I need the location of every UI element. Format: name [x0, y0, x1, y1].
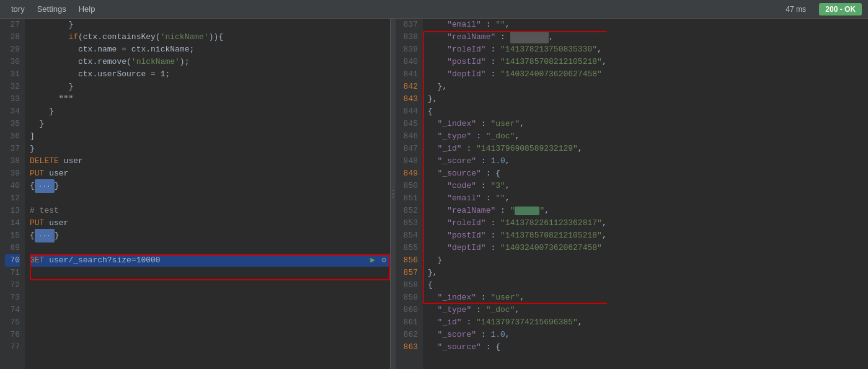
json-line-850: "code" : "3",	[428, 180, 607, 192]
line-num-27: 27	[5, 19, 20, 31]
line-num-39: 39	[5, 167, 20, 180]
line-num-29: 29	[5, 43, 20, 56]
code-line-29: ctx.name = ctx.nickName;	[30, 43, 390, 56]
line-num-40: 40	[5, 180, 20, 192]
line-num-76: 76	[5, 329, 20, 341]
json-line-860: "_type" : "_doc",	[428, 304, 607, 316]
line-num-15: 15	[5, 229, 20, 242]
json-line-838: "realName" : ,	[428, 31, 607, 43]
line-num-73: 73	[5, 291, 20, 304]
json-line-859: "_index" : "user",	[428, 291, 607, 304]
line-num-69: 69	[5, 242, 20, 254]
code-line-76	[30, 329, 390, 341]
rln-850: 850	[401, 180, 418, 192]
json-line-842: },	[428, 81, 607, 93]
line-num-77: 77	[5, 341, 20, 353]
line-num-14: 14	[5, 217, 20, 229]
line-num-38: 38	[5, 155, 20, 167]
response-time: 47 ms	[786, 5, 806, 14]
settings-icon[interactable]: ⚙	[381, 254, 386, 267]
json-line-863: "_source" : {	[428, 341, 607, 353]
rln-839: 839	[401, 43, 418, 56]
json-line-837: "email" : "",	[428, 19, 607, 31]
rln-843: 843	[401, 93, 418, 105]
json-line-858: {	[428, 279, 607, 291]
active-get-line[interactable]: GET user/_search?size=10000 ▶ ⚙	[30, 254, 390, 267]
rln-846: 846	[401, 130, 418, 143]
rln-852: 852	[401, 205, 418, 217]
line-num-72: 72	[5, 279, 20, 291]
code-line-35: }	[30, 118, 390, 130]
json-line-839: "roleId" : "141378213750835330",	[428, 43, 607, 56]
json-line-840: "postId" : "1413785708212105218",	[428, 56, 607, 68]
menu-help[interactable]: Help	[73, 2, 102, 16]
line-num-31: 31	[5, 68, 20, 81]
code-line-14: PUT user	[30, 217, 390, 229]
rln-858: 858	[401, 279, 418, 291]
rln-856: 856	[401, 254, 418, 267]
menu-bar: tory Settings Help 47 ms 200 - OK	[0, 0, 868, 19]
code-line-74	[30, 304, 390, 316]
line-num-74: 74	[5, 304, 20, 316]
json-line-844: {	[428, 105, 607, 118]
rln-844: 844	[401, 105, 418, 118]
line-num-13: 13	[5, 205, 20, 217]
rln-851: 851	[401, 192, 418, 205]
code-line-33: """	[30, 93, 390, 105]
json-line-841: "deptId" : "1403240073620627458"	[428, 68, 607, 81]
line-num-30: 30	[5, 56, 20, 68]
blurred-name-2	[515, 207, 539, 215]
line-num-32: 32	[5, 81, 20, 93]
collapse-badge-15[interactable]: ···	[35, 229, 55, 242]
run-button[interactable]: ▶	[370, 254, 375, 267]
right-panel: 837 838 839 840 841 842 843 844 845 846 …	[396, 19, 868, 369]
json-line-862: "_score" : 1.0,	[428, 329, 607, 341]
code-line-73	[30, 291, 390, 304]
json-line-854: "postId" : "1413785708212105218",	[428, 229, 607, 242]
json-line-856: }	[428, 254, 607, 267]
code-line-27: }	[30, 19, 390, 31]
rln-862: 862	[401, 329, 418, 341]
rln-854: 854	[401, 229, 418, 242]
rln-861: 861	[401, 316, 418, 329]
line-num-34: 34	[5, 105, 20, 118]
menu-history[interactable]: tory	[5, 2, 31, 16]
code-line-31: ctx.userSource = 1;	[30, 68, 390, 81]
code-line-75	[30, 316, 390, 329]
code-line-38: DELETE user	[30, 155, 390, 167]
rln-848: 848	[401, 155, 418, 167]
line-num-35: 35	[5, 118, 20, 130]
code-line-69	[30, 242, 390, 254]
code-lines: } if(ctx.containsKey('nickName')){ ctx.n…	[25, 19, 390, 369]
json-line-861: "_id" : "1413797374215696385",	[428, 316, 607, 329]
panel-divider[interactable]	[391, 19, 396, 369]
rln-845: 845	[401, 118, 418, 130]
line-num-12: 12	[5, 192, 20, 205]
response-content: 837 838 839 840 841 842 843 844 845 846 …	[396, 19, 868, 369]
rln-838: 838	[401, 31, 418, 43]
rln-841: 841	[401, 68, 418, 81]
code-line-40: {···}	[30, 180, 390, 192]
rln-863: 863	[401, 341, 418, 353]
menu-settings[interactable]: Settings	[31, 2, 73, 16]
line-num-71: 71	[5, 267, 20, 279]
line-num-36: 36	[5, 130, 20, 143]
main-container: 27 28 29 30 31 32 33 34 35 36 37 38 39 4…	[0, 19, 868, 369]
json-line-857: },	[428, 267, 607, 279]
code-line-12	[30, 192, 390, 205]
rln-853: 853	[401, 217, 418, 229]
json-line-848: "_score" : 1.0,	[428, 155, 607, 167]
code-line-28: if(ctx.containsKey('nickName')){	[30, 31, 390, 43]
blurred-name-1	[510, 31, 549, 43]
rln-840: 840	[401, 56, 418, 68]
line-num-28: 28	[5, 31, 20, 43]
left-panel: 27 28 29 30 31 32 33 34 35 36 37 38 39 4…	[0, 19, 391, 369]
line-num-37: 37	[5, 143, 20, 155]
json-line-846: "_type" : "_doc",	[428, 130, 607, 143]
code-line-32: }	[30, 81, 390, 93]
code-line-13: # test	[30, 205, 390, 217]
collapse-badge-40[interactable]: ···	[35, 179, 55, 193]
line-num-70: 70	[5, 254, 20, 267]
right-line-numbers: 837 838 839 840 841 842 843 844 845 846 …	[396, 19, 423, 369]
rln-860: 860	[401, 304, 418, 316]
